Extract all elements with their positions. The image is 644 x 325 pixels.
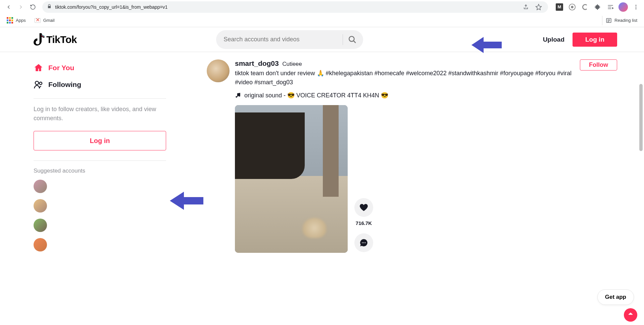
forward-button[interactable]	[15, 2, 26, 12]
sidebar-divider	[34, 98, 166, 99]
sidebar-divider-2	[34, 160, 166, 161]
music-note-icon	[235, 92, 241, 98]
gmail-icon	[35, 18, 41, 23]
post-header: smart_dog03 Cutieee tiktok team don't un…	[207, 59, 617, 99]
comment-icon	[359, 238, 368, 247]
reading-list-label: Reading list	[614, 18, 637, 23]
annotation-arrow-header-login	[472, 36, 502, 54]
gmail-label: Gmail	[43, 18, 55, 23]
svg-point-9	[40, 82, 42, 85]
tiktok-note-icon	[34, 33, 45, 46]
like-button[interactable]	[354, 198, 373, 217]
home-icon	[34, 63, 44, 73]
svg-point-4	[636, 8, 637, 9]
annotation-arrow-sidebar-login	[170, 191, 203, 211]
tiktok-header: TikTok Upload Log in	[0, 27, 644, 52]
following-icon	[34, 80, 44, 90]
search-bar[interactable]	[216, 30, 363, 49]
extensions-icon[interactable]	[593, 2, 602, 12]
video-player[interactable]	[235, 105, 348, 253]
extension-icons: M	[552, 2, 641, 12]
upload-link[interactable]: Upload	[543, 36, 564, 43]
back-button[interactable]	[3, 2, 14, 12]
post-sound[interactable]: original sound - 😎 VOICE CRE4TOR 4TT4 KH…	[235, 92, 575, 99]
profile-avatar-icon[interactable]	[618, 2, 628, 12]
gmail-bookmark[interactable]: Gmail	[31, 15, 58, 26]
svg-point-6	[349, 36, 354, 41]
suggested-accounts-list	[34, 180, 172, 251]
like-count: 716.7K	[356, 220, 372, 226]
scrollbar-thumb[interactable]	[639, 84, 643, 151]
playlist-icon[interactable]	[606, 2, 615, 12]
share-icon[interactable]	[521, 2, 531, 12]
suggested-account-avatar[interactable]	[34, 180, 47, 193]
svg-rect-10	[183, 197, 203, 204]
url-text: tiktok.com/foryou?is_copy_url=1&is_from_…	[55, 4, 518, 10]
apps-label: Apps	[16, 18, 26, 23]
following-label: Following	[48, 81, 81, 89]
login-prompt-text: Log in to follow creators, like videos, …	[34, 105, 166, 123]
browser-toolbar: tiktok.com/foryou?is_copy_url=1&is_from_…	[0, 0, 644, 14]
ext-m-icon[interactable]: M	[555, 2, 564, 12]
menu-icon[interactable]	[631, 2, 641, 12]
svg-point-1	[571, 6, 573, 8]
ext-c-icon[interactable]	[580, 2, 590, 12]
page-body: For You Following Log in to follow creat…	[0, 52, 644, 325]
svg-point-3	[636, 6, 637, 7]
search-icon	[348, 35, 357, 44]
ext-g-icon[interactable]	[567, 2, 577, 12]
suggested-account-avatar[interactable]	[34, 238, 47, 251]
svg-point-11	[362, 242, 363, 243]
address-bar[interactable]: tiktok.com/foryou?is_copy_url=1&is_from_…	[42, 1, 548, 13]
post-nickname: Cutieee	[282, 61, 302, 67]
svg-rect-7	[482, 42, 502, 48]
lock-icon	[47, 4, 52, 10]
bookmarks-bar: Apps Gmail Reading list	[0, 14, 644, 27]
post-sound-text: original sound - 😎 VOICE CRE4TOR 4TT4 KH…	[244, 92, 388, 99]
search-input[interactable]	[224, 36, 343, 43]
suggested-account-avatar[interactable]	[34, 199, 47, 213]
video-actions: 716.7K	[354, 105, 373, 253]
comment-button[interactable]	[354, 233, 373, 252]
login-button-sidebar[interactable]: Log in	[34, 131, 166, 150]
suggested-accounts-header: Suggested accounts	[34, 168, 172, 174]
svg-point-2	[636, 5, 637, 6]
scroll-to-top-button[interactable]	[624, 308, 637, 322]
post-author-avatar[interactable]	[207, 59, 230, 82]
for-you-label: For You	[48, 64, 74, 72]
post-caption: tiktok team don't under review 🙏 #kheleg…	[235, 69, 575, 87]
apps-bookmark[interactable]: Apps	[3, 15, 29, 26]
post-username[interactable]: smart_dog03	[235, 59, 279, 67]
sidebar-item-following[interactable]: Following	[34, 76, 172, 93]
tiktok-logo[interactable]: TikTok	[34, 33, 77, 46]
svg-point-12	[363, 242, 364, 243]
tiktok-logo-text: TikTok	[46, 34, 77, 45]
feed: smart_dog03 Cutieee tiktok team don't un…	[172, 52, 644, 325]
post-meta: smart_dog03 Cutieee tiktok team don't un…	[235, 59, 575, 99]
follow-button[interactable]: Follow	[580, 59, 617, 71]
svg-point-13	[365, 242, 366, 243]
arrow-up-icon	[628, 312, 634, 318]
video-row: 716.7K	[235, 105, 617, 253]
suggested-account-avatar[interactable]	[34, 219, 47, 232]
sidebar: For You Following Log in to follow creat…	[0, 52, 172, 325]
reading-list-button[interactable]: Reading list	[602, 16, 641, 25]
star-icon[interactable]	[534, 2, 543, 12]
apps-grid-icon	[7, 17, 13, 24]
reading-list-icon	[606, 17, 612, 24]
sidebar-item-for-you[interactable]: For You	[34, 59, 172, 76]
login-button-header[interactable]: Log in	[573, 33, 617, 47]
get-app-button[interactable]: Get app	[597, 289, 634, 305]
heart-icon	[359, 203, 368, 212]
search-button[interactable]	[343, 30, 362, 49]
svg-point-8	[35, 81, 39, 85]
reload-button[interactable]	[28, 2, 38, 12]
